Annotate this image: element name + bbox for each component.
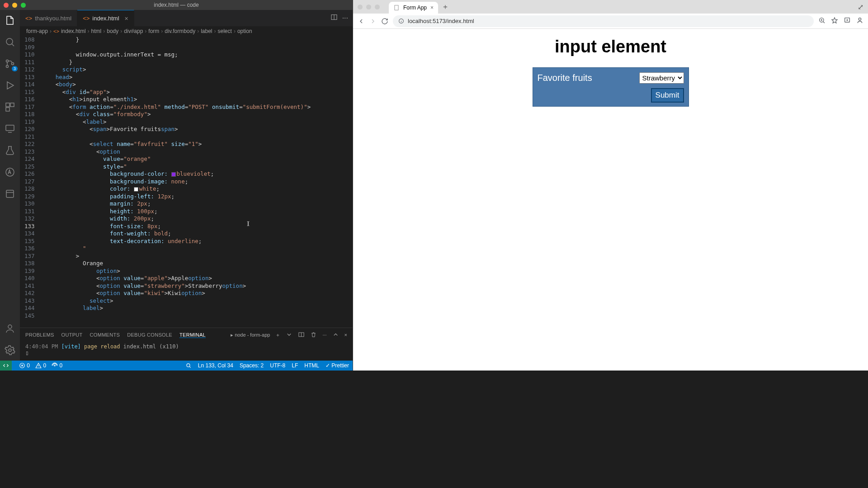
maximize-window-icon[interactable]	[375, 5, 380, 9]
panel-tab-terminal[interactable]: TERMINAL	[179, 332, 206, 338]
panel-tab-problems[interactable]: PROBLEMS	[25, 332, 54, 338]
split-terminal-icon[interactable]	[298, 331, 305, 339]
back-icon[interactable]	[358, 18, 365, 25]
breadcrumb-item[interactable]: html	[91, 28, 102, 34]
browser-tab[interactable]: Form App ×	[389, 2, 438, 14]
tab-label: thankyou.html	[35, 15, 71, 22]
status-encoding[interactable]: UTF-8	[270, 362, 285, 369]
profile-icon[interactable]	[856, 17, 863, 26]
status-find-icon[interactable]	[185, 362, 192, 369]
editor-tabs: <>thankyou.html <>index.html× ···	[20, 10, 353, 26]
vscode-window: index.html — code 3 <>thankyou.html <>in…	[0, 0, 353, 371]
line-gutter: 1081091101111121131141151161171181191201…	[20, 36, 42, 328]
status-spaces[interactable]: Spaces: 2	[240, 362, 264, 369]
breadcrumb-item[interactable]: index.html	[61, 28, 86, 34]
browser-window: Form App × ＋ ⤢ localhost:5173/index.html…	[353, 0, 868, 371]
forward-icon[interactable]	[369, 18, 377, 25]
close-window-icon[interactable]	[358, 5, 363, 9]
terminal-prompt: ▯	[25, 350, 347, 356]
status-bar: 0 0 0 Ln 133, Col 34 Spaces: 2 UTF-8 LF …	[0, 361, 353, 371]
panel-tab-comments[interactable]: COMMENTS	[90, 332, 120, 338]
extensions-icon[interactable]	[4, 101, 16, 113]
close-tab-icon[interactable]: ×	[125, 15, 128, 22]
status-language[interactable]: HTML	[304, 362, 319, 369]
install-app-icon[interactable]	[844, 17, 851, 26]
maximize-panel-icon[interactable]	[332, 331, 339, 339]
page-icon	[393, 5, 400, 11]
code-editor[interactable]: 1081091101111121131141151161171181191201…	[20, 36, 353, 328]
close-panel-icon[interactable]: ×	[344, 332, 347, 338]
minimize-window-icon[interactable]	[366, 5, 371, 9]
panel-tab-output[interactable]: OUTPUT	[61, 332, 83, 338]
code-body[interactable]: } window.output.innerText = msg; } scrip…	[42, 36, 353, 328]
split-editor-icon[interactable]	[330, 14, 338, 23]
remote-explorer-icon[interactable]	[4, 123, 16, 135]
status-prettier[interactable]: ✓ Prettier	[326, 362, 349, 369]
azure-icon[interactable]	[4, 166, 16, 178]
tab-thankyou[interactable]: <>thankyou.html	[20, 10, 77, 26]
bookmark-icon[interactable]	[831, 17, 838, 26]
testing-icon[interactable]	[4, 145, 16, 156]
kill-terminal-icon[interactable]	[310, 331, 317, 339]
zoom-icon[interactable]	[818, 17, 826, 26]
scm-badge: 3	[12, 66, 18, 71]
titlebar: index.html — code	[0, 0, 353, 10]
minimize-window-icon[interactable]	[12, 3, 17, 8]
new-terminal-icon[interactable]: ＋	[275, 332, 280, 338]
remote-indicator-icon[interactable]	[0, 361, 12, 371]
status-ln-col[interactable]: Ln 133, Col 34	[198, 362, 233, 369]
status-warnings[interactable]: 0	[35, 362, 46, 369]
run-debug-icon[interactable]	[4, 80, 16, 91]
favfruit-select[interactable]: OrangeAppleStrawberryKiwi	[639, 72, 684, 84]
more-terminal-icon[interactable]: ···	[322, 332, 326, 338]
breadcrumb[interactable]: form-app› <>index.html› html› body› div#…	[20, 26, 353, 36]
terminal-output[interactable]: 4:40:04 PM [vite] page reload index.html…	[20, 342, 353, 361]
status-errors[interactable]: 0	[19, 362, 30, 369]
rendered-page: input element Favorite fruits OrangeAppl…	[353, 29, 868, 371]
html-file-icon: <>	[25, 15, 32, 22]
maximize-window-icon[interactable]	[21, 3, 26, 8]
breadcrumb-item[interactable]: option	[237, 28, 252, 34]
breadcrumb-item[interactable]: form	[148, 28, 159, 34]
search-icon[interactable]	[4, 36, 16, 48]
breadcrumb-item[interactable]: div.formbody	[165, 28, 195, 34]
reload-icon[interactable]	[381, 18, 388, 25]
status-eol[interactable]: LF	[292, 362, 298, 369]
close-window-icon[interactable]	[4, 3, 9, 8]
svg-point-0	[6, 38, 13, 45]
window-expand-icon[interactable]: ⤢	[858, 3, 863, 11]
tab-index[interactable]: <>index.html×	[77, 10, 134, 26]
misc-panel-icon[interactable]	[4, 188, 16, 200]
terminal-dropdown-icon[interactable]	[286, 331, 292, 339]
submit-button[interactable]: Submit	[651, 88, 684, 103]
svg-rect-5	[10, 103, 14, 107]
more-actions-icon[interactable]: ···	[342, 14, 348, 22]
source-control-icon[interactable]: 3	[4, 58, 16, 70]
breadcrumb-item[interactable]: body	[107, 28, 118, 34]
page-heading: input element	[555, 37, 666, 56]
close-tab-icon[interactable]: ×	[430, 5, 434, 11]
site-info-icon[interactable]	[398, 18, 404, 24]
url-text: localhost:5173/index.html	[408, 18, 474, 24]
breadcrumb-item[interactable]: div#app	[124, 28, 143, 34]
svg-point-11	[9, 349, 11, 352]
accounts-icon[interactable]	[4, 323, 16, 334]
explorer-icon[interactable]	[4, 14, 16, 26]
new-tab-icon[interactable]: ＋	[442, 2, 449, 12]
address-bar[interactable]: localhost:5173/index.html	[393, 15, 814, 27]
panel-tab-debug-console[interactable]: DEBUG CONSOLE	[127, 332, 172, 338]
svg-rect-9	[6, 190, 14, 197]
status-ports[interactable]: 0	[52, 362, 62, 369]
form-label: Favorite fruits	[538, 73, 592, 83]
terminal-count: (x110)	[159, 343, 179, 350]
window-title: index.html — code	[154, 2, 198, 8]
terminal-shell-label[interactable]: ▸ node - form-app	[231, 332, 270, 338]
settings-gear-icon[interactable]	[4, 344, 16, 356]
html-file-icon: <>	[83, 15, 90, 22]
browser-titlebar: Form App × ＋ ⤢	[353, 0, 868, 14]
breadcrumb-item[interactable]: select	[218, 28, 232, 34]
terminal-text: page reload	[84, 343, 120, 350]
breadcrumb-item[interactable]: label	[201, 28, 212, 34]
text-cursor-icon	[245, 220, 251, 228]
breadcrumb-item[interactable]: form-app	[26, 28, 48, 34]
